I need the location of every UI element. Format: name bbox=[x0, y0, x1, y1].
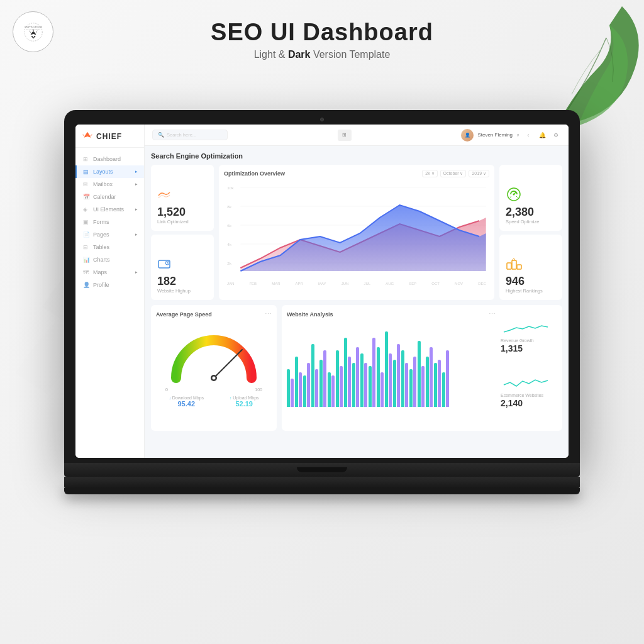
speed-labels: 0 100 bbox=[156, 387, 272, 392]
highest-rankings-value: 946 bbox=[506, 275, 556, 287]
laptop-notch bbox=[297, 467, 347, 472]
chart-period-btn[interactable]: 2k ∨ bbox=[422, 170, 437, 177]
bar-group-2 bbox=[295, 357, 302, 407]
page-speed-card: Average Page Speed ⋯ bbox=[151, 305, 277, 431]
left-stat-cards: 1,520 Link Optimized bbox=[151, 165, 214, 300]
speed-card-title: Average Page Speed bbox=[156, 311, 212, 318]
bar-group-16 bbox=[409, 357, 416, 407]
nav-profile[interactable]: 👤 Profile bbox=[75, 279, 144, 291]
link-icon bbox=[157, 190, 208, 204]
svg-marker-4 bbox=[29, 30, 30, 33]
svg-marker-10 bbox=[91, 134, 92, 137]
svg-marker-8 bbox=[84, 132, 91, 138]
bar-group-17 bbox=[418, 341, 425, 407]
nav-ui-elements[interactable]: ◈ UI Elements ▸ bbox=[75, 203, 144, 216]
svg-line-28 bbox=[516, 196, 518, 197]
svg-point-13 bbox=[167, 262, 168, 264]
speed-optimize-label: Speed Optimize bbox=[506, 219, 556, 225]
nav-pages[interactable]: 📄 Pages ▸ bbox=[75, 228, 144, 241]
right-stat-cards: 2,380 Speed Optimize bbox=[499, 165, 562, 300]
page-header: SEO UI Dashboard Light & Dark Version Te… bbox=[0, 0, 644, 70]
sidebar-navigation: ⊞ Dashboard ▤ Layouts ▸ ✉ Mailbox ▸ bbox=[75, 148, 144, 458]
bar-group-3 bbox=[303, 363, 310, 407]
topbar-right: 👤 Steven Fleming ∨ ‹ 🔔 ⚙ bbox=[461, 129, 561, 142]
brand-logo: GRAPHIC DESIGNS BY VICTOR THEMES bbox=[13, 11, 57, 55]
svg-text:10k: 10k bbox=[227, 186, 234, 190]
link-optimized-card: 1,520 Link Optimized bbox=[151, 165, 214, 231]
speed-card-menu[interactable]: ⋯ bbox=[265, 310, 272, 318]
analysis-menu[interactable]: ⋯ bbox=[489, 310, 496, 318]
link-optimized-value: 1,520 bbox=[157, 206, 208, 218]
svg-point-34 bbox=[213, 377, 216, 380]
download-value: 95.42 bbox=[169, 400, 204, 408]
bar-group-13 bbox=[385, 331, 392, 407]
svg-marker-3 bbox=[30, 31, 36, 35]
topbar-center: ⊞ bbox=[233, 130, 456, 141]
bar-group-5 bbox=[319, 350, 326, 407]
upload-value: 52.19 bbox=[230, 400, 259, 408]
ecommerce-value: 2,140 bbox=[501, 398, 557, 408]
svg-text:2k: 2k bbox=[227, 261, 232, 265]
bar-group-20 bbox=[442, 350, 449, 407]
back-button[interactable]: ‹ bbox=[523, 130, 533, 140]
ecommerce-metric: Ecommerce Websites 2,140 bbox=[501, 377, 557, 408]
content-area: Search Engine Optimization bbox=[145, 146, 569, 458]
link-optimized-label: Link Optimized bbox=[157, 219, 208, 225]
subtitle: Light & Dark Version Template bbox=[0, 49, 644, 60]
nav-dashboard[interactable]: ⊞ Dashboard bbox=[75, 153, 144, 165]
bar-group-8 bbox=[344, 338, 351, 407]
speed-metrics: ↓ Download Mbps 95.42 ↑ Upload M bbox=[156, 396, 272, 408]
title-text: SEO UI Dashboard bbox=[211, 19, 433, 45]
nav-tables[interactable]: ⊟ Tables bbox=[75, 241, 144, 253]
bar-group-12 bbox=[377, 347, 384, 407]
bar-group-7 bbox=[336, 350, 343, 407]
analysis-header: Website Analysis ⋯ bbox=[287, 310, 496, 318]
settings-button[interactable]: ⚙ bbox=[551, 130, 561, 140]
bar-group-9 bbox=[352, 347, 359, 407]
user-name: Steven Fleming bbox=[477, 132, 513, 138]
highest-rankings-label: Highest Rankings bbox=[506, 288, 556, 294]
upload-metric: ↑ Upload Mbps 52.19 bbox=[230, 396, 259, 408]
chart-year-btn[interactable]: 2019 ∨ bbox=[469, 170, 489, 177]
nav-maps[interactable]: 🗺 Maps ▸ bbox=[75, 266, 144, 279]
laptop-screen-bezel: CHIEF ⊞ Dashboard ▤ Layouts ▸ bbox=[64, 110, 580, 463]
nav-charts[interactable]: 📊 Charts bbox=[75, 253, 144, 266]
search-box[interactable]: 🔍 Search here... bbox=[152, 130, 228, 140]
svg-marker-7 bbox=[31, 36, 36, 39]
svg-marker-9 bbox=[82, 134, 84, 137]
sidebar-logo: CHIEF bbox=[75, 125, 144, 148]
bar-group-14 bbox=[393, 344, 400, 407]
speed-optimize-card: 2,380 Speed Optimize bbox=[499, 165, 562, 231]
svg-line-26 bbox=[514, 192, 516, 194]
laptop-camera bbox=[320, 118, 324, 121]
topbar: 🔍 Search here... ⊞ 👤 Steven Fleming ∨ bbox=[145, 125, 569, 146]
nav-mailbox[interactable]: ✉ Mailbox ▸ bbox=[75, 178, 144, 191]
grid-view-button[interactable]: ⊞ bbox=[338, 130, 352, 141]
nav-forms[interactable]: ▣ Forms bbox=[75, 216, 144, 228]
bar-group-1 bbox=[287, 369, 294, 407]
bar-group-18 bbox=[426, 347, 433, 407]
svg-marker-5 bbox=[36, 30, 37, 33]
chart-controls: 2k ∨ October ∨ 2019 ∨ bbox=[422, 170, 489, 177]
nav-layouts[interactable]: ▤ Layouts ▸ bbox=[75, 165, 144, 178]
svg-text:6k: 6k bbox=[227, 223, 232, 228]
main-title: SEO UI Dashboard bbox=[0, 19, 644, 46]
notification-button[interactable]: 🔔 bbox=[537, 130, 547, 140]
chart-month-btn[interactable]: October ∨ bbox=[440, 170, 467, 177]
bar-group-10 bbox=[360, 353, 367, 407]
svg-text:GRAPHIC DESIGNS: GRAPHIC DESIGNS bbox=[24, 25, 42, 28]
laptop-base bbox=[64, 463, 580, 477]
svg-text:4k: 4k bbox=[227, 242, 232, 247]
laptop-stand bbox=[64, 477, 580, 488]
chart-x-labels: JAN FEB MAR APR MAY JUN JUL AUG SEP OC bbox=[224, 282, 489, 286]
nav-calendar[interactable]: 📅 Calendar bbox=[75, 191, 144, 203]
speed-optimize-value: 2,380 bbox=[506, 206, 556, 218]
speed-card-header: Average Page Speed ⋯ bbox=[156, 310, 272, 318]
svg-line-27 bbox=[510, 196, 511, 197]
website-highup-card: 182 Website Highup bbox=[151, 235, 214, 301]
bar-group-11 bbox=[369, 338, 375, 407]
svg-rect-31 bbox=[517, 265, 521, 269]
app-name: CHIEF bbox=[96, 132, 122, 141]
revenue-growth-metric: Revenue Growth 1,315 bbox=[501, 323, 557, 353]
analysis-bars: Website Analysis ⋯ bbox=[287, 310, 496, 426]
